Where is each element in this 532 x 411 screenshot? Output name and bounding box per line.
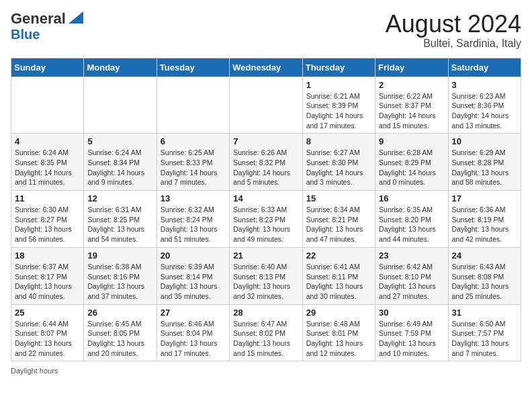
day-number: 23 xyxy=(379,250,444,261)
calendar-cell xyxy=(230,77,302,134)
day-info: Sunrise: 6:22 AMSunset: 8:37 PMDaylight:… xyxy=(379,91,444,131)
day-info: Sunrise: 6:33 AMSunset: 8:23 PMDaylight:… xyxy=(233,205,298,244)
calendar-cell: 30Sunrise: 6:49 AMSunset: 7:59 PMDayligh… xyxy=(375,304,448,361)
day-number: 20 xyxy=(161,250,226,261)
calendar-cell: 16Sunrise: 6:35 AMSunset: 8:20 PMDayligh… xyxy=(375,191,448,248)
calendar-cell: 4Sunrise: 6:24 AMSunset: 8:35 PMDaylight… xyxy=(11,134,84,191)
calendar-cell xyxy=(84,77,157,134)
day-info: Sunrise: 6:24 AMSunset: 8:34 PMDaylight:… xyxy=(87,148,152,187)
day-info: Sunrise: 6:40 AMSunset: 8:13 PMDaylight:… xyxy=(233,262,298,302)
day-info: Sunrise: 6:50 AMSunset: 7:57 PMDaylight:… xyxy=(452,319,517,359)
week-row-1: 1Sunrise: 6:21 AMSunset: 8:39 PMDaylight… xyxy=(11,77,521,134)
day-number: 21 xyxy=(233,250,298,261)
logo: General Blue xyxy=(11,11,83,42)
page-header: General Blue August 2024 Bultei, Sardini… xyxy=(11,11,521,50)
day-number: 1 xyxy=(306,80,371,90)
day-info: Sunrise: 6:26 AMSunset: 8:32 PMDaylight:… xyxy=(233,148,298,187)
calendar-cell: 25Sunrise: 6:44 AMSunset: 8:07 PMDayligh… xyxy=(11,304,84,361)
day-number: 8 xyxy=(306,136,371,146)
day-info: Sunrise: 6:21 AMSunset: 8:39 PMDaylight:… xyxy=(306,91,371,131)
daylight-label: Daylight hours xyxy=(11,367,58,375)
weekday-header-sunday: Sunday xyxy=(11,58,84,77)
day-info: Sunrise: 6:30 AMSunset: 8:27 PMDaylight:… xyxy=(15,205,80,244)
calendar-cell: 27Sunrise: 6:46 AMSunset: 8:04 PMDayligh… xyxy=(157,304,229,361)
day-number: 17 xyxy=(452,193,517,203)
day-number: 28 xyxy=(233,308,298,318)
day-number: 16 xyxy=(379,193,444,203)
day-info: Sunrise: 6:48 AMSunset: 8:01 PMDaylight:… xyxy=(306,319,371,359)
day-info: Sunrise: 6:36 AMSunset: 8:19 PMDaylight:… xyxy=(452,205,517,244)
calendar-cell: 5Sunrise: 6:24 AMSunset: 8:34 PMDaylight… xyxy=(84,134,157,191)
day-info: Sunrise: 6:25 AMSunset: 8:33 PMDaylight:… xyxy=(161,148,226,187)
weekday-header-thursday: Thursday xyxy=(302,58,375,77)
day-info: Sunrise: 6:41 AMSunset: 8:11 PMDaylight:… xyxy=(306,262,371,302)
weekday-header-saturday: Saturday xyxy=(448,58,521,77)
day-number: 6 xyxy=(161,136,226,146)
calendar-cell: 2Sunrise: 6:22 AMSunset: 8:37 PMDaylight… xyxy=(375,77,448,134)
day-info: Sunrise: 6:42 AMSunset: 8:10 PMDaylight:… xyxy=(379,262,444,302)
day-number: 7 xyxy=(233,136,298,146)
day-number: 4 xyxy=(15,136,80,146)
day-info: Sunrise: 6:27 AMSunset: 8:30 PMDaylight:… xyxy=(306,148,371,187)
calendar-cell: 20Sunrise: 6:39 AMSunset: 8:14 PMDayligh… xyxy=(157,247,229,304)
day-info: Sunrise: 6:49 AMSunset: 7:59 PMDaylight:… xyxy=(379,319,444,359)
day-info: Sunrise: 6:24 AMSunset: 8:35 PMDaylight:… xyxy=(15,148,80,187)
day-number: 14 xyxy=(233,193,298,203)
weekday-header-tuesday: Tuesday xyxy=(157,58,229,77)
day-info: Sunrise: 6:34 AMSunset: 8:21 PMDaylight:… xyxy=(306,205,371,244)
month-year-title: August 2024 xyxy=(386,11,521,38)
weekday-header-monday: Monday xyxy=(84,58,157,77)
day-info: Sunrise: 6:38 AMSunset: 8:16 PMDaylight:… xyxy=(87,262,152,302)
day-number: 27 xyxy=(161,308,226,318)
calendar-body: 1Sunrise: 6:21 AMSunset: 8:39 PMDaylight… xyxy=(11,77,521,361)
calendar-cell: 11Sunrise: 6:30 AMSunset: 8:27 PMDayligh… xyxy=(11,191,84,248)
calendar-cell: 23Sunrise: 6:42 AMSunset: 8:10 PMDayligh… xyxy=(375,247,448,304)
calendar-cell: 12Sunrise: 6:31 AMSunset: 8:25 PMDayligh… xyxy=(84,191,157,248)
week-row-4: 18Sunrise: 6:37 AMSunset: 8:17 PMDayligh… xyxy=(11,247,521,304)
day-number: 25 xyxy=(15,308,80,318)
calendar-cell: 21Sunrise: 6:40 AMSunset: 8:13 PMDayligh… xyxy=(230,247,302,304)
logo-general: General xyxy=(11,11,66,27)
calendar-cell: 10Sunrise: 6:29 AMSunset: 8:28 PMDayligh… xyxy=(448,134,521,191)
svg-marker-0 xyxy=(69,11,83,24)
day-info: Sunrise: 6:43 AMSunset: 8:08 PMDaylight:… xyxy=(452,262,517,302)
day-number: 18 xyxy=(15,250,80,261)
calendar-cell: 19Sunrise: 6:38 AMSunset: 8:16 PMDayligh… xyxy=(84,247,157,304)
calendar-cell: 24Sunrise: 6:43 AMSunset: 8:08 PMDayligh… xyxy=(448,247,521,304)
day-info: Sunrise: 6:23 AMSunset: 8:36 PMDaylight:… xyxy=(452,91,517,131)
day-number: 10 xyxy=(452,136,517,146)
calendar-cell: 26Sunrise: 6:45 AMSunset: 8:05 PMDayligh… xyxy=(84,304,157,361)
day-number: 26 xyxy=(87,308,152,318)
logo-icon xyxy=(69,11,83,24)
calendar-cell: 28Sunrise: 6:47 AMSunset: 8:02 PMDayligh… xyxy=(230,304,302,361)
calendar-cell: 6Sunrise: 6:25 AMSunset: 8:33 PMDaylight… xyxy=(157,134,229,191)
calendar-cell: 3Sunrise: 6:23 AMSunset: 8:36 PMDaylight… xyxy=(448,77,521,134)
day-info: Sunrise: 6:39 AMSunset: 8:14 PMDaylight:… xyxy=(161,262,226,302)
day-info: Sunrise: 6:37 AMSunset: 8:17 PMDaylight:… xyxy=(15,262,80,302)
calendar-table: SundayMondayTuesdayWednesdayThursdayFrid… xyxy=(11,58,521,362)
day-number: 3 xyxy=(452,80,517,90)
calendar-cell: 9Sunrise: 6:28 AMSunset: 8:29 PMDaylight… xyxy=(375,134,448,191)
day-number: 2 xyxy=(379,80,444,90)
day-info: Sunrise: 6:35 AMSunset: 8:20 PMDaylight:… xyxy=(379,205,444,244)
day-info: Sunrise: 6:44 AMSunset: 8:07 PMDaylight:… xyxy=(15,319,80,359)
logo-blue: Blue xyxy=(11,27,40,42)
calendar-cell: 18Sunrise: 6:37 AMSunset: 8:17 PMDayligh… xyxy=(11,247,84,304)
title-block: August 2024 Bultei, Sardinia, Italy xyxy=(386,11,521,50)
day-number: 11 xyxy=(15,193,80,203)
weekday-header-row: SundayMondayTuesdayWednesdayThursdayFrid… xyxy=(11,58,521,77)
calendar-cell: 22Sunrise: 6:41 AMSunset: 8:11 PMDayligh… xyxy=(302,247,375,304)
week-row-2: 4Sunrise: 6:24 AMSunset: 8:35 PMDaylight… xyxy=(11,134,521,191)
calendar-cell: 31Sunrise: 6:50 AMSunset: 7:57 PMDayligh… xyxy=(448,304,521,361)
day-info: Sunrise: 6:47 AMSunset: 8:02 PMDaylight:… xyxy=(233,319,298,359)
day-number: 12 xyxy=(87,193,152,203)
calendar-cell xyxy=(157,77,229,134)
calendar-cell: 1Sunrise: 6:21 AMSunset: 8:39 PMDaylight… xyxy=(302,77,375,134)
calendar-cell: 13Sunrise: 6:32 AMSunset: 8:24 PMDayligh… xyxy=(157,191,229,248)
day-info: Sunrise: 6:46 AMSunset: 8:04 PMDaylight:… xyxy=(161,319,226,359)
footer: Daylight hours xyxy=(11,367,521,375)
day-number: 31 xyxy=(452,308,517,318)
day-info: Sunrise: 6:29 AMSunset: 8:28 PMDaylight:… xyxy=(452,148,517,187)
day-number: 24 xyxy=(452,250,517,261)
day-number: 15 xyxy=(306,193,371,203)
